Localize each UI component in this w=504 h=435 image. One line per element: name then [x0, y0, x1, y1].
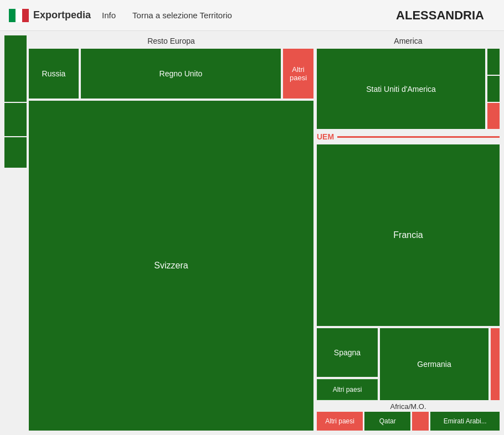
resto-europa-label: Resto Europa	[29, 35, 313, 46]
small-red-africa-block	[412, 412, 429, 431]
francia-block[interactable]: Francia	[317, 144, 500, 326]
america-small-green-1	[487, 49, 500, 75]
altri-paesi-spagna-label: Altri paesi	[333, 386, 362, 393]
africa-section: Africa/M.O. Altri paesi Qatar Emirati Ar…	[317, 402, 500, 431]
spagna-block[interactable]: Spagna	[317, 328, 378, 377]
russia-label: Russia	[42, 69, 66, 78]
america-label: America	[317, 35, 500, 46]
america-small-green-2	[487, 76, 500, 102]
logo-area: Exportpedia	[9, 9, 91, 22]
africa-label: Africa/M.O.	[317, 402, 500, 411]
russia-block[interactable]: Russia	[29, 49, 79, 99]
nav-info-link[interactable]: Info	[102, 11, 116, 20]
red-right-block	[491, 328, 500, 400]
sidebar-block-2	[4, 103, 27, 136]
top-row: Russia Regno Unito Altri paesi	[29, 49, 313, 99]
spagna-col: Spagna Altri paesi	[317, 328, 378, 400]
stati-uniti-label: Stati Uniti d'America	[366, 85, 436, 94]
altri-paesi-spagna-block[interactable]: Altri paesi	[317, 379, 378, 400]
uem-label-row: UEM	[317, 131, 500, 142]
francia-label: Francia	[393, 230, 423, 240]
altri-paesi-africa-label: Altri paesi	[325, 417, 354, 425]
regno-unito-block[interactable]: Regno Unito	[81, 49, 281, 99]
left-content-col: Resto Europa Russia Regno Unito Altri pa…	[29, 35, 313, 431]
altri-paesi-top-label: Altri paesi	[283, 65, 313, 82]
qatar-label: Qatar	[379, 417, 396, 425]
qatar-block[interactable]: Qatar	[364, 412, 410, 431]
spagna-label: Spagna	[334, 348, 361, 357]
svizzera-block[interactable]: Svizzera	[29, 101, 313, 431]
sidebar-block-1	[4, 35, 27, 102]
left-panel: Resto Europa Russia Regno Unito Altri pa…	[4, 35, 313, 431]
svg-rect-0	[9, 9, 16, 22]
main-content: Resto Europa Russia Regno Unito Altri pa…	[0, 31, 504, 435]
spagna-germania-row: Spagna Altri paesi Germania	[317, 328, 500, 400]
svizzera-label: Svizzera	[154, 261, 188, 271]
germania-block[interactable]: Germania	[380, 328, 488, 400]
altri-paesi-africa-block[interactable]: Altri paesi	[317, 412, 363, 431]
emirati-block[interactable]: Emirati Arabi...	[430, 412, 500, 431]
america-small-red	[487, 103, 500, 129]
right-panel: America Stati Uniti d'America UEM Franci…	[317, 35, 500, 431]
uem-line	[337, 136, 500, 138]
emirati-label: Emirati Arabi...	[444, 417, 487, 425]
header: Exportpedia Info Torna a selezione Terri…	[0, 0, 504, 31]
left-sidebar	[4, 35, 27, 431]
svg-rect-1	[16, 9, 22, 22]
america-section: Stati Uniti d'America	[317, 49, 500, 129]
regno-unito-label: Regno Unito	[160, 69, 203, 78]
page-title: ALESSANDRIA	[396, 8, 484, 23]
altri-paesi-top-block[interactable]: Altri paesi	[283, 49, 313, 99]
stati-uniti-block[interactable]: Stati Uniti d'America	[317, 49, 485, 129]
italy-flag-icon	[9, 9, 29, 22]
america-right-col	[487, 49, 500, 129]
svg-rect-2	[22, 9, 29, 22]
uem-label: UEM	[317, 132, 334, 141]
brand-name: Exportpedia	[33, 9, 91, 21]
germania-label: Germania	[417, 360, 451, 369]
nav-territory-link[interactable]: Torna a selezione Territorio	[132, 11, 232, 20]
sidebar-block-3	[4, 137, 27, 168]
africa-row: Altri paesi Qatar Emirati Arabi...	[317, 412, 500, 431]
